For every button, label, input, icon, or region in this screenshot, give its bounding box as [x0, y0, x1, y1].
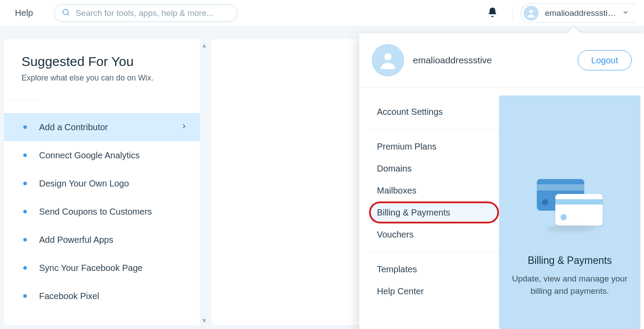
scroll-down-icon[interactable]: ▾ — [201, 316, 208, 323]
search-input[interactable] — [76, 8, 230, 18]
chevron-right-icon — [181, 123, 188, 132]
logout-button[interactable]: Logout — [578, 50, 632, 70]
separator — [512, 7, 513, 19]
suggestion-item[interactable]: Connect Google Analytics — [4, 141, 200, 169]
divider — [7, 100, 39, 101]
suggestions-subtitle: Explore what else you can do on Wix. — [22, 73, 182, 83]
suggestion-label: Connect Google Analytics — [39, 150, 188, 161]
svg-point-21 — [384, 53, 391, 60]
account-menu-item[interactable]: Vouchers — [369, 223, 499, 245]
search-icon — [62, 8, 70, 18]
suggestion-item[interactable]: Design Your Own Logo — [4, 169, 200, 197]
billing-cards-icon — [537, 179, 603, 227]
scroll-up-icon[interactable]: ▴ — [201, 41, 208, 48]
suggestion-label: Add a Contributor — [39, 122, 168, 132]
account-menu-item[interactable]: Account Settings — [369, 101, 499, 123]
bullet-icon — [23, 294, 27, 298]
bullet-icon — [23, 238, 27, 241]
account-menu-item[interactable]: Mailboxes — [369, 179, 499, 201]
account-menu-item[interactable]: Templates — [369, 258, 499, 280]
preview-description: Update, view and manage your billing and… — [510, 273, 630, 297]
profile-username: emalioaddresssti… — [545, 8, 616, 18]
suggestion-item[interactable]: Add a Contributor — [4, 113, 200, 141]
suggestion-item[interactable]: Facebook Pixel — [4, 282, 200, 310]
suggestion-item[interactable]: Add Powerful Apps — [4, 226, 200, 254]
notifications-icon[interactable] — [487, 7, 498, 20]
suggestion-item[interactable]: Send Coupons to Customers — [4, 197, 200, 226]
account-menu-item[interactable]: Help Center — [369, 280, 499, 302]
bullet-icon — [23, 125, 27, 129]
bullet-icon — [23, 182, 27, 185]
svg-point-0 — [63, 9, 68, 15]
account-menu-item[interactable]: Domains — [369, 157, 499, 179]
search-box[interactable] — [54, 4, 238, 22]
help-link[interactable]: Help — [15, 8, 33, 18]
popover-username: emalioaddressstive — [413, 55, 569, 66]
svg-point-2 — [529, 10, 533, 13]
bullet-icon — [23, 266, 27, 270]
suggestion-label: Facebook Pixel — [39, 291, 188, 301]
suggestion-label: Add Powerful Apps — [39, 235, 188, 245]
suggestion-label: Sync Your Facebook Page — [39, 263, 188, 273]
chevron-down-icon — [622, 9, 629, 18]
menu-preview-panel: Billing & Payments Update, view and mana… — [499, 95, 640, 329]
topbar: Help emalioaddresssti… — [0, 0, 644, 26]
svg-line-1 — [68, 14, 69, 15]
suggestion-label: Send Coupons to Customers — [39, 207, 188, 217]
bullet-icon — [23, 154, 27, 157]
profile-menu-trigger[interactable]: emalioaddresssti… — [521, 4, 635, 23]
profile-popover: emalioaddressstive Logout Account Settin… — [359, 33, 644, 329]
suggestion-label: Design Your Own Logo — [39, 179, 188, 189]
avatar-icon — [524, 6, 539, 21]
account-menu-item[interactable]: Premium Plans — [369, 135, 499, 157]
bullet-icon — [23, 210, 27, 213]
avatar-icon — [372, 44, 404, 77]
suggestions-panel: ▴ ▾ Suggested For You Explore what else … — [4, 39, 200, 325]
account-menu-item[interactable]: Billing & Payments — [369, 201, 499, 223]
suggestion-item[interactable]: Sync Your Facebook Page — [4, 254, 200, 282]
preview-title: Billing & Payments — [528, 255, 612, 267]
suggestions-title: Suggested For You — [22, 54, 182, 69]
